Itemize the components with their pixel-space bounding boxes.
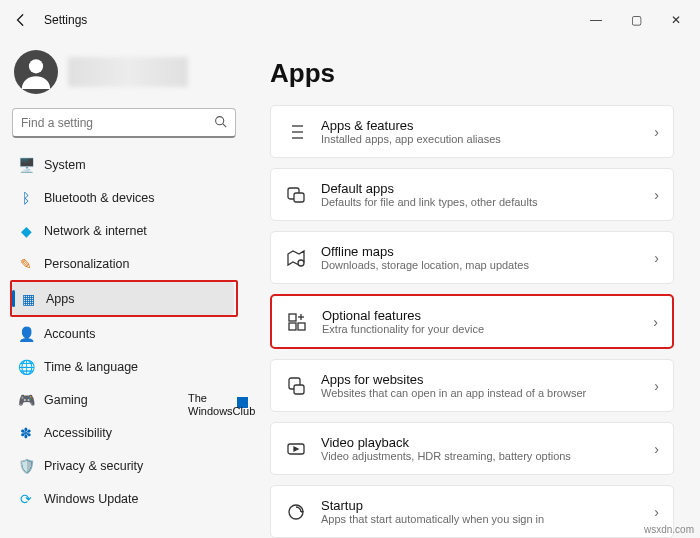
card-icon — [285, 184, 307, 206]
close-button[interactable]: ✕ — [656, 3, 696, 37]
nav-list: 🖥️SystemᛒBluetooth & devices◆Network & i… — [10, 148, 238, 515]
nav-icon: 🖥️ — [18, 157, 34, 173]
card-subtitle: Installed apps, app execution aliases — [321, 133, 640, 145]
nav-label: Time & language — [44, 360, 138, 374]
card-icon — [286, 311, 308, 333]
card-title: Video playback — [321, 435, 640, 450]
card-optional-features[interactable]: Optional featuresExtra functionality for… — [270, 294, 674, 349]
card-subtitle: Extra functionality for your device — [322, 323, 639, 335]
nav-label: Bluetooth & devices — [44, 191, 155, 205]
svg-rect-13 — [289, 323, 296, 330]
main-panel: Apps Apps & featuresInstalled apps, app … — [248, 40, 700, 538]
page-heading: Apps — [270, 58, 674, 89]
card-apps-for-websites[interactable]: Apps for websitesWebsites that can open … — [270, 359, 674, 412]
search-input[interactable] — [21, 116, 214, 130]
svg-rect-18 — [294, 385, 304, 394]
svg-point-11 — [298, 260, 304, 266]
card-text: StartupApps that start automatically whe… — [321, 498, 640, 525]
profile-block[interactable] — [10, 46, 238, 108]
chevron-right-icon: › — [654, 250, 659, 266]
card-subtitle: Defaults for file and link types, other … — [321, 196, 640, 208]
nav-icon: 🛡️ — [18, 458, 34, 474]
card-offline-maps[interactable]: Offline mapsDownloads, storage location,… — [270, 231, 674, 284]
nav-label: Privacy & security — [44, 459, 143, 473]
card-default-apps[interactable]: Default appsDefaults for file and link t… — [270, 168, 674, 221]
card-apps-features[interactable]: Apps & featuresInstalled apps, app execu… — [270, 105, 674, 158]
chevron-right-icon: › — [654, 124, 659, 140]
nav-label: Accounts — [44, 327, 95, 341]
sidebar-item-personalization[interactable]: ✎Personalization — [10, 247, 238, 280]
nav-icon: ◆ — [18, 223, 34, 239]
card-text: Apps & featuresInstalled apps, app execu… — [321, 118, 640, 145]
nav-label: System — [44, 158, 86, 172]
card-title: Offline maps — [321, 244, 640, 259]
nav-icon: ᛒ — [18, 190, 34, 206]
nav-icon: ▦ — [20, 291, 36, 307]
card-icon — [285, 121, 307, 143]
sidebar-item-apps[interactable]: ▦Apps — [12, 282, 234, 315]
sidebar-item-windows-update[interactable]: ⟳Windows Update — [10, 482, 238, 515]
nav-label: Personalization — [44, 257, 129, 271]
card-icon — [285, 438, 307, 460]
sidebar-item-privacy-security[interactable]: 🛡️Privacy & security — [10, 449, 238, 482]
search-box[interactable] — [12, 108, 236, 138]
nav-label: Apps — [46, 292, 75, 306]
card-subtitle: Video adjustments, HDR streaming, batter… — [321, 450, 640, 462]
watermark-text: TheWindowsClub — [188, 392, 255, 417]
card-text: Default appsDefaults for file and link t… — [321, 181, 640, 208]
back-button[interactable] — [4, 3, 38, 37]
card-title: Default apps — [321, 181, 640, 196]
chevron-right-icon: › — [654, 504, 659, 520]
window-title: Settings — [44, 13, 87, 27]
nav-label: Windows Update — [44, 492, 139, 506]
nav-label: Accessibility — [44, 426, 112, 440]
nav-icon: ⟳ — [18, 491, 34, 507]
card-text: Video playbackVideo adjustments, HDR str… — [321, 435, 640, 462]
sidebar-item-network-internet[interactable]: ◆Network & internet — [10, 214, 238, 247]
card-title: Startup — [321, 498, 640, 513]
card-icon — [285, 501, 307, 523]
chevron-right-icon: › — [654, 378, 659, 394]
maximize-button[interactable]: ▢ — [616, 3, 656, 37]
svg-line-2 — [223, 123, 226, 126]
card-startup[interactable]: StartupApps that start automatically whe… — [270, 485, 674, 538]
card-text: Optional featuresExtra functionality for… — [322, 308, 639, 335]
sidebar: 🖥️SystemᛒBluetooth & devices◆Network & i… — [0, 40, 248, 538]
avatar — [14, 50, 58, 94]
card-title: Apps for websites — [321, 372, 640, 387]
card-icon — [285, 247, 307, 269]
svg-rect-10 — [294, 193, 304, 202]
svg-point-0 — [29, 59, 43, 73]
chevron-right-icon: › — [654, 441, 659, 457]
sidebar-item-time-language[interactable]: 🌐Time & language — [10, 350, 238, 383]
chevron-right-icon: › — [653, 314, 658, 330]
card-text: Apps for websitesWebsites that can open … — [321, 372, 640, 399]
nav-icon: ✽ — [18, 425, 34, 441]
nav-icon: 👤 — [18, 326, 34, 342]
svg-rect-14 — [298, 323, 305, 330]
svg-rect-12 — [289, 314, 296, 321]
card-subtitle: Apps that start automatically when you s… — [321, 513, 640, 525]
footer-credit: wsxdn.com — [644, 524, 694, 535]
sidebar-item-accounts[interactable]: 👤Accounts — [10, 317, 238, 350]
minimize-button[interactable]: ― — [576, 3, 616, 37]
sidebar-item-accessibility[interactable]: ✽Accessibility — [10, 416, 238, 449]
svg-marker-20 — [294, 447, 298, 451]
chevron-right-icon: › — [654, 187, 659, 203]
profile-name-redacted — [68, 57, 188, 87]
svg-point-1 — [216, 116, 224, 124]
nav-label: Gaming — [44, 393, 88, 407]
sidebar-item-bluetooth-devices[interactable]: ᛒBluetooth & devices — [10, 181, 238, 214]
nav-label: Network & internet — [44, 224, 147, 238]
sidebar-item-system[interactable]: 🖥️System — [10, 148, 238, 181]
search-icon — [214, 114, 227, 132]
card-icon — [285, 375, 307, 397]
nav-icon: ✎ — [18, 256, 34, 272]
card-title: Apps & features — [321, 118, 640, 133]
card-subtitle: Downloads, storage location, map updates — [321, 259, 640, 271]
nav-icon: 🎮 — [18, 392, 34, 408]
card-title: Optional features — [322, 308, 639, 323]
nav-icon: 🌐 — [18, 359, 34, 375]
card-subtitle: Websites that can open in an app instead… — [321, 387, 640, 399]
card-video-playback[interactable]: Video playbackVideo adjustments, HDR str… — [270, 422, 674, 475]
